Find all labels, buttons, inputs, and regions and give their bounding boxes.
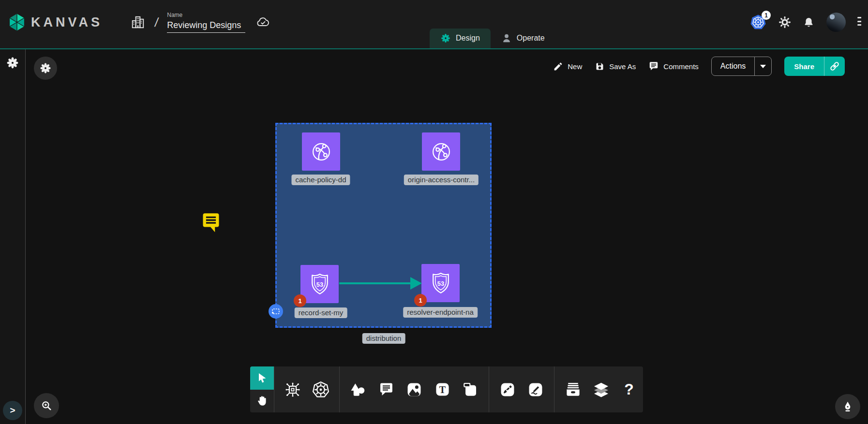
- kanvas-logo-text: KANVAS: [31, 15, 103, 30]
- node-badge-resolver-endpoint[interactable]: 1: [414, 294, 427, 307]
- pan-tool[interactable]: [250, 390, 274, 413]
- design-tab-label: Design: [456, 34, 480, 43]
- node-label-origin-access-control[interactable]: origin-access-contr...: [404, 175, 479, 185]
- components-palette-button[interactable]: [34, 57, 57, 80]
- design-name-input[interactable]: [167, 19, 245, 33]
- design-canvas[interactable]: New Save As Comments Actions Share: [26, 49, 868, 424]
- cloudfront-globe-icon: [428, 139, 454, 165]
- marquee-icon: [270, 306, 281, 317]
- text-tool[interactable]: T: [432, 379, 453, 400]
- new-button[interactable]: New: [553, 61, 582, 72]
- kanvas-logo-icon: [7, 12, 27, 32]
- image-tool[interactable]: [404, 379, 425, 400]
- selected-group-distribution[interactable]: cache-policy-dd origin-access-contr... r…: [275, 123, 492, 328]
- organization-icon[interactable]: [131, 15, 145, 29]
- image-icon: [406, 381, 422, 398]
- operate-tab-label: Operate: [517, 34, 545, 43]
- zoom-button[interactable]: [34, 393, 59, 418]
- caret-down-icon: [760, 65, 766, 68]
- edge-arrowhead: [410, 277, 422, 290]
- operate-tab-icon: [501, 33, 512, 44]
- comment-tool[interactable]: [375, 379, 397, 400]
- link-icon: [829, 60, 840, 72]
- cursor-arrow-icon: [256, 372, 268, 384]
- kubernetes-tool[interactable]: [310, 379, 331, 400]
- canvas-actions-toolbar: New Save As Comments Actions Share: [553, 56, 845, 77]
- drawer-tool[interactable]: [562, 379, 584, 400]
- cloud-save-status-icon: [256, 15, 269, 29]
- freehand-pencil-icon: [527, 381, 544, 398]
- node-label-cache-policy[interactable]: cache-policy-dd: [291, 175, 350, 185]
- select-tool[interactable]: [250, 366, 274, 390]
- actions-button-label[interactable]: Actions: [712, 57, 755, 75]
- node-label-resolver-endpoint[interactable]: resolver-endpoint-na: [403, 307, 478, 318]
- comment-icon: [378, 381, 394, 397]
- app-header: KANVAS / Name Design Operate: [0, 0, 868, 49]
- kubernetes-wheel-icon: [312, 381, 329, 398]
- components-tool[interactable]: [282, 379, 303, 400]
- left-sidebar: >: [0, 49, 26, 424]
- hand-icon: [256, 395, 269, 407]
- route53-shield-icon: [428, 270, 454, 296]
- notifications-bell-icon[interactable]: [803, 16, 815, 29]
- pen-tool[interactable]: [497, 379, 518, 400]
- group-select-handle[interactable]: [269, 304, 283, 319]
- shapes-icon: [350, 381, 366, 398]
- share-button-label[interactable]: Share: [784, 57, 824, 76]
- chip-icon: [284, 381, 301, 398]
- note-tool[interactable]: [460, 379, 481, 400]
- tool-dock: T: [250, 366, 643, 412]
- save-as-button[interactable]: Save As: [595, 61, 636, 72]
- comments-button-label: Comments: [663, 62, 699, 71]
- actions-split-button[interactable]: Actions: [711, 57, 772, 76]
- meshery-spiral-icon[interactable]: [6, 56, 19, 70]
- shapes-tool[interactable]: [347, 379, 369, 400]
- node-record-set[interactable]: [300, 265, 339, 303]
- cloudfront-globe-icon: [308, 139, 334, 165]
- comments-button[interactable]: Comments: [648, 61, 699, 72]
- settings-gear-icon[interactable]: [778, 16, 791, 29]
- freehand-tool[interactable]: [525, 379, 546, 400]
- note-icon: [462, 381, 479, 398]
- design-name-field: Name: [167, 12, 245, 33]
- sidebar-expand-button[interactable]: >: [3, 401, 22, 420]
- node-cache-policy[interactable]: [302, 132, 340, 171]
- tab-operate[interactable]: Operate: [491, 29, 555, 48]
- group-label-distribution[interactable]: distribution: [362, 333, 405, 344]
- node-resolver-endpoint[interactable]: [421, 264, 460, 302]
- breadcrumb-separator: /: [154, 15, 160, 30]
- magnifier-plus-icon: [40, 399, 53, 412]
- design-tab-icon: [440, 33, 451, 44]
- pencil-icon: [553, 61, 563, 72]
- kanvas-logo[interactable]: KANVAS: [7, 12, 103, 32]
- node-label-record-set[interactable]: record-set-my: [295, 307, 347, 318]
- pen-path-icon: [499, 381, 516, 398]
- floppy-save-icon: [595, 61, 605, 72]
- pen-nib-icon: [841, 400, 854, 413]
- edge-record-set-to-resolver[interactable]: [339, 282, 412, 284]
- kubernetes-context-badge: 1: [762, 11, 771, 20]
- kubernetes-context-button[interactable]: 1: [749, 14, 767, 30]
- copy-link-button[interactable]: [824, 57, 845, 76]
- comment-pin[interactable]: [200, 211, 222, 234]
- menu-icon[interactable]: [857, 17, 861, 28]
- help-tool[interactable]: ?: [618, 379, 640, 400]
- design-name-label: Name: [167, 12, 245, 18]
- text-icon: T: [434, 381, 450, 397]
- actions-dropdown-toggle[interactable]: [755, 57, 771, 75]
- node-origin-access-control[interactable]: [422, 132, 460, 171]
- route53-shield-icon: [307, 271, 333, 297]
- node-badge-record-set[interactable]: 1: [294, 294, 306, 307]
- tab-design[interactable]: Design: [430, 29, 491, 48]
- comment-icon: [648, 61, 659, 72]
- share-split-button[interactable]: Share: [784, 57, 845, 76]
- mode-tabs: Design Operate: [430, 29, 555, 48]
- svg-text:T: T: [439, 384, 445, 395]
- new-button-label: New: [568, 62, 582, 71]
- annotate-pen-button[interactable]: [835, 394, 860, 419]
- layers-icon: [593, 381, 610, 398]
- layers-tool[interactable]: [590, 379, 612, 400]
- question-mark-icon: ?: [624, 380, 634, 398]
- chevron-right-icon: >: [10, 405, 15, 416]
- user-avatar[interactable]: [826, 13, 846, 32]
